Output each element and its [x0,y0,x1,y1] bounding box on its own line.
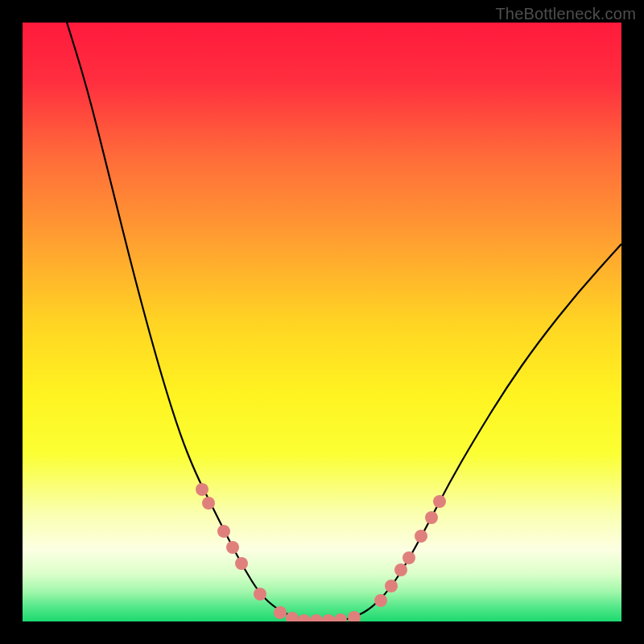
curve-dot [254,588,266,601]
curve-dot [415,530,427,543]
curve-dot [196,483,208,496]
curve-dot [402,551,415,564]
curve-dot [310,614,323,621]
chart-frame [23,23,621,621]
curve-dot [217,525,230,538]
curve-dot [274,606,287,619]
curve-dot [348,611,361,621]
curve-dot [322,614,335,621]
curve-dot [425,511,438,524]
watermark-text: TheBottleneck.com [495,5,636,23]
curve-dot [334,613,347,621]
curve-dots [196,483,446,621]
bottleneck-curve [64,23,621,621]
curve-dot [385,580,398,592]
chart-curve-layer [23,23,621,621]
curve-dot [374,594,387,607]
curve-dot [298,614,311,621]
curve-dot [202,497,215,510]
curve-dot [286,612,299,621]
curve-dot [394,564,407,576]
curve-dot [235,557,248,570]
curve-dot [226,541,239,554]
curve-dot [433,495,446,508]
